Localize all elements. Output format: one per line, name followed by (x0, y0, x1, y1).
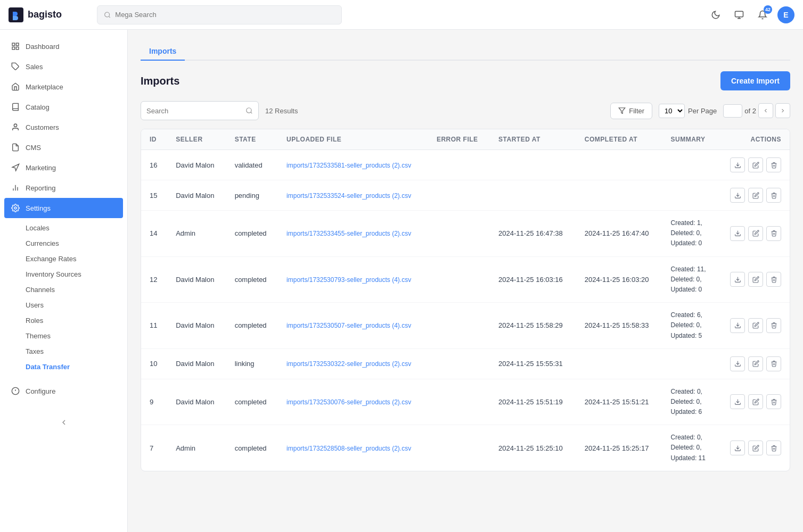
table-row: 12 David Malon completed imports/1732530… (141, 256, 790, 303)
delete-button[interactable] (766, 272, 781, 287)
cell-uploaded-file: imports/1732530076-seller_products (2).c… (278, 379, 428, 425)
sidebar-item-cms[interactable]: CMS (0, 137, 127, 157)
download-button[interactable] (730, 440, 745, 455)
sidebar-sub-taxes[interactable]: Taxes (0, 344, 127, 359)
cell-actions (717, 180, 790, 211)
edit-button[interactable] (748, 157, 763, 172)
create-import-button[interactable]: Create Import (720, 71, 790, 90)
sidebar-item-catalog[interactable]: Catalog (0, 97, 127, 117)
sidebar-item-customers[interactable]: Customers (0, 117, 127, 137)
sidebar-collapse-btn[interactable] (0, 412, 127, 433)
sidebar-item-marketing[interactable]: Marketing (0, 157, 127, 178)
cell-error-file (428, 256, 490, 303)
download-button[interactable] (730, 356, 745, 371)
file-link[interactable]: imports/1732530793-seller_products (4).c… (286, 276, 411, 284)
gear-icon (11, 203, 20, 213)
cell-uploaded-file: imports/1732533524-seller_products (2).c… (278, 180, 428, 211)
cell-id: 14 (141, 211, 167, 257)
download-button[interactable] (730, 226, 745, 241)
theme-toggle-icon[interactable] (707, 6, 724, 23)
file-link[interactable]: imports/1732533455-seller_products (2).c… (286, 230, 411, 237)
sidebar-sub-inventory-sources[interactable]: Inventory Sources (0, 267, 127, 282)
cell-completed-at: 2024-11-25 15:25:17 (576, 425, 662, 471)
sidebar-sub-currencies[interactable]: Currencies (0, 236, 127, 251)
sidebar-item-sales[interactable]: Sales (0, 56, 127, 77)
page-tabs: Imports (141, 43, 790, 61)
mega-search-input[interactable] (115, 11, 335, 19)
cell-summary: Created: 0,Deleted: 0,Updated: 11 (662, 425, 718, 471)
delete-button[interactable] (766, 318, 781, 333)
cell-completed-at: 2024-11-25 16:03:20 (576, 256, 662, 303)
sidebar-sub-users[interactable]: Users (0, 297, 127, 313)
pagination-prev-button[interactable] (758, 103, 773, 118)
cell-state: validated (226, 150, 278, 180)
file-link[interactable]: imports/1732530322-seller_products (2).c… (286, 360, 411, 368)
filter-icon (618, 107, 626, 114)
delete-button[interactable] (766, 356, 781, 371)
edit-button[interactable] (748, 440, 763, 455)
cell-id: 7 (141, 425, 167, 471)
edit-button[interactable] (748, 188, 763, 203)
sidebar-item-dashboard[interactable]: Dashboard (0, 36, 127, 56)
sidebar-item-settings[interactable]: Settings (4, 198, 123, 218)
table-search-wrap[interactable] (141, 101, 259, 120)
pagination-next-button[interactable] (775, 103, 790, 118)
edit-button[interactable] (748, 226, 763, 241)
mega-search-bar[interactable] (97, 5, 342, 24)
chat-icon[interactable] (731, 6, 748, 23)
cell-started-at: 2024-11-25 15:51:19 (490, 379, 576, 425)
table-row: 9 David Malon completed imports/17325300… (141, 379, 790, 425)
sidebar-item-marketplace[interactable]: Marketplace (0, 77, 127, 97)
delete-button[interactable] (766, 188, 781, 203)
filter-button[interactable]: Filter (610, 103, 652, 119)
tab-imports[interactable]: Imports (141, 43, 185, 61)
edit-button[interactable] (748, 394, 763, 409)
pagination-page-input[interactable]: 1 (723, 104, 742, 118)
cell-uploaded-file: imports/1732530507-seller_products (4).c… (278, 303, 428, 349)
svg-rect-7 (16, 43, 19, 46)
sidebar-sub-themes[interactable]: Themes (0, 328, 127, 344)
notification-bell[interactable]: 42 (754, 6, 771, 23)
sidebar-sub-data-transfer[interactable]: Data Transfer (0, 359, 127, 375)
svg-point-1 (105, 12, 110, 17)
chevron-left-icon (763, 107, 769, 114)
file-link[interactable]: imports/1732528508-seller_products (2).c… (286, 445, 411, 452)
sidebar-sub-locales[interactable]: Locales (0, 220, 127, 236)
user-avatar[interactable]: E (777, 6, 794, 23)
cell-error-file (428, 211, 490, 257)
cell-actions (717, 425, 790, 471)
sidebar-sub-exchange-rates[interactable]: Exchange Rates (0, 251, 127, 267)
delete-button[interactable] (766, 440, 781, 455)
chart-icon (11, 183, 20, 193)
per-page-select[interactable]: 10 25 50 (659, 104, 685, 118)
cell-id: 10 (141, 348, 167, 379)
edit-button[interactable] (748, 356, 763, 371)
file-link[interactable]: imports/1732533524-seller_products (2).c… (286, 192, 411, 200)
cell-completed-at: 2024-11-25 15:58:33 (576, 303, 662, 349)
sidebar-item-configure[interactable]: Configure (0, 381, 127, 401)
per-page-label: Per Page (688, 107, 717, 115)
toolbar: 12 Results Filter 10 25 50 Per Page 1 of… (141, 101, 790, 120)
sidebar-sub-channels[interactable]: Channels (0, 282, 127, 297)
table-search-input[interactable] (146, 107, 242, 115)
download-button[interactable] (730, 394, 745, 409)
table-row: 10 David Malon linking imports/173253032… (141, 348, 790, 379)
col-completed-at: Completed At (576, 129, 662, 150)
download-button[interactable] (730, 318, 745, 333)
sidebar-item-reporting[interactable]: Reporting (0, 178, 127, 198)
delete-button[interactable] (766, 394, 781, 409)
download-button[interactable] (730, 157, 745, 172)
delete-button[interactable] (766, 157, 781, 172)
logo[interactable]: bagisto (9, 7, 88, 22)
file-link[interactable]: imports/1732533581-seller_products (2).c… (286, 162, 411, 169)
file-link[interactable]: imports/1732530076-seller_products (2).c… (286, 398, 411, 406)
pagination-wrap: 1 of 2 (723, 103, 790, 118)
sidebar-sub-roles[interactable]: Roles (0, 313, 127, 328)
delete-button[interactable] (766, 226, 781, 241)
edit-button[interactable] (748, 272, 763, 287)
edit-button[interactable] (748, 318, 763, 333)
download-button[interactable] (730, 188, 745, 203)
download-button[interactable] (730, 272, 745, 287)
cell-seller: Admin (167, 425, 226, 471)
file-link[interactable]: imports/1732530507-seller_products (4).c… (286, 322, 411, 329)
